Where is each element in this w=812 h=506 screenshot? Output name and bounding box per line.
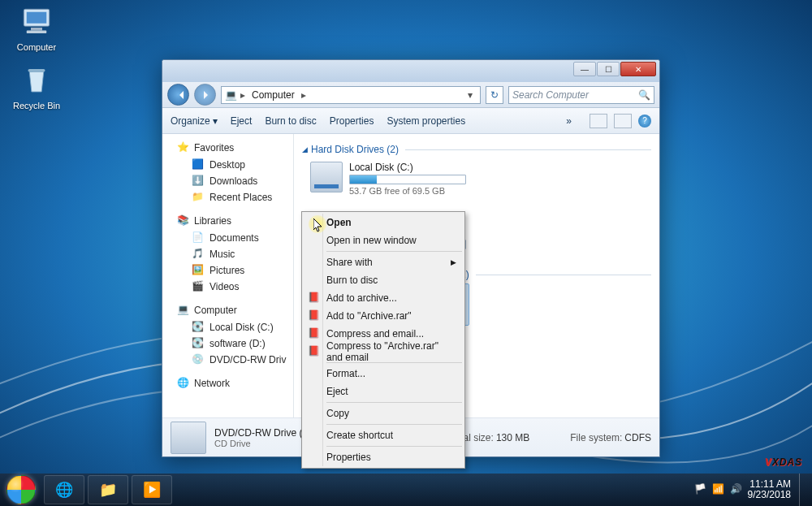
- sidebar-documents[interactable]: 📄Documents: [177, 230, 287, 246]
- drive-local-c[interactable]: Local Disk (C:) 53.7 GB free of 69.5 GB: [307, 158, 469, 199]
- disc-icon: 💿: [192, 353, 205, 366]
- desktop-icon-recycle-bin[interactable]: Recycle Bin: [8, 63, 65, 110]
- desktop-icon-computer[interactable]: Computer: [8, 5, 65, 52]
- toolbar-overflow[interactable]: »: [566, 115, 572, 127]
- watermark-text: XDAS: [772, 456, 802, 468]
- details-subtitle: CD Drive: [214, 439, 309, 448]
- drive-icon: 💽: [192, 321, 205, 334]
- ctx-add-to-archive[interactable]: 📕Add to archive...: [304, 289, 463, 307]
- svg-rect-2: [31, 28, 42, 31]
- tray-network-icon[interactable]: 📶: [712, 483, 725, 496]
- details-title: DVD/CD-RW Drive (E: [214, 427, 309, 439]
- computer-icon: 💻: [177, 304, 190, 317]
- drive-usage-bar: [349, 175, 466, 184]
- sidebar-local-c[interactable]: 💽Local Disk (C:): [177, 319, 287, 335]
- address-dropdown-icon[interactable]: ▾: [464, 89, 477, 101]
- organize-button[interactable]: Organize▾: [171, 115, 218, 127]
- ctx-open[interactable]: Open: [304, 214, 463, 231]
- collapse-icon: ◢: [302, 145, 308, 154]
- sidebar-music[interactable]: 🎵Music: [177, 246, 287, 262]
- svg-rect-1: [27, 12, 47, 24]
- tray-clock[interactable]: 11:11 AM 9/23/2018: [748, 479, 791, 500]
- search-input[interactable]: Search Computer 🔍: [508, 86, 654, 104]
- windows-orb-icon: [6, 475, 36, 504]
- sidebar-software-d[interactable]: 💽software (D:): [177, 335, 287, 352]
- close-button[interactable]: ✕: [620, 62, 656, 76]
- system-properties-button[interactable]: System properties: [387, 115, 465, 127]
- back-button[interactable]: [167, 84, 189, 106]
- sidebar-downloads[interactable]: ⬇️Downloads: [177, 173, 287, 189]
- drive-name: Local Disk (C:): [349, 162, 466, 173]
- watermark: VXDAS: [765, 440, 802, 472]
- sidebar-network[interactable]: 🌐Network: [177, 374, 287, 392]
- ctx-eject[interactable]: Eject: [304, 383, 463, 400]
- nav-row: 💻 ▸ Computer ▸ ▾ ↻ Search Computer 🔍: [162, 82, 659, 108]
- breadcrumb-separator-icon: ▸: [301, 89, 306, 101]
- help-button[interactable]: ?: [638, 115, 651, 128]
- recycle-bin-icon: [19, 63, 54, 97]
- eject-button[interactable]: Eject: [231, 115, 253, 127]
- computer-icon: 💻: [225, 89, 237, 101]
- winrar-icon: 📕: [307, 309, 320, 322]
- ctx-format[interactable]: Format...: [304, 365, 463, 383]
- recent-icon: 📁: [192, 191, 205, 204]
- forward-button[interactable]: [194, 84, 216, 106]
- music-icon: 🎵: [192, 248, 205, 261]
- taskbar-explorer[interactable]: 📁: [88, 475, 128, 504]
- view-button[interactable]: [590, 114, 607, 128]
- hdd-icon: [310, 162, 343, 192]
- ctx-copy[interactable]: Copy: [304, 404, 463, 422]
- details-file-system: File system: CDFS: [570, 432, 651, 443]
- sidebar-pictures[interactable]: 🖼️Pictures: [177, 262, 287, 279]
- ctx-burn-to-disc[interactable]: Burn to disc: [304, 271, 463, 289]
- system-tray[interactable]: 🏳️ 📶 🔊 11:11 AM 9/23/2018: [694, 474, 812, 506]
- sidebar: ⭐Favorites 🟦Desktop ⬇️Downloads 📁Recent …: [162, 134, 294, 417]
- disc-drive-icon: [171, 422, 206, 454]
- properties-button[interactable]: Properties: [330, 115, 374, 127]
- titlebar[interactable]: — ☐ ✕: [162, 60, 659, 82]
- sidebar-favorites[interactable]: ⭐Favorites: [177, 139, 287, 157]
- sidebar-libraries[interactable]: 📚Libraries: [177, 212, 287, 230]
- network-icon: 🌐: [177, 377, 190, 390]
- sidebar-videos[interactable]: 🎬Videos: [177, 279, 287, 295]
- start-button[interactable]: [2, 474, 41, 505]
- submenu-arrow-icon: ▶: [451, 258, 456, 266]
- minimize-button[interactable]: —: [573, 62, 596, 76]
- downloads-icon: ⬇️: [192, 175, 205, 188]
- group-hard-disk-drives[interactable]: ◢Hard Disk Drives (2): [302, 144, 651, 155]
- ctx-properties[interactable]: Properties: [304, 448, 463, 466]
- drive-stat: 53.7 GB free of 69.5 GB: [349, 186, 466, 196]
- taskbar-media-player[interactable]: ▶️: [132, 475, 172, 504]
- ctx-open-new-window[interactable]: Open in new window: [304, 231, 463, 249]
- sidebar-desktop[interactable]: 🟦Desktop: [177, 157, 287, 173]
- winrar-icon: 📕: [307, 345, 320, 358]
- ctx-add-to-archive-rar[interactable]: 📕Add to "Archive.rar": [304, 307, 463, 325]
- documents-icon: 📄: [192, 231, 205, 244]
- tray-flag-icon[interactable]: 🏳️: [694, 483, 707, 496]
- tray-volume-icon[interactable]: 🔊: [730, 483, 743, 496]
- show-desktop-button[interactable]: [799, 474, 807, 506]
- desktop-icon: 🟦: [192, 158, 205, 171]
- tray-date: 9/23/2018: [748, 490, 791, 500]
- search-icon: 🔍: [638, 89, 650, 101]
- sidebar-computer[interactable]: 💻Computer: [177, 301, 287, 319]
- ctx-share-with[interactable]: Share with▶: [304, 253, 463, 271]
- preview-pane-button[interactable]: [614, 114, 632, 128]
- context-menu: Open Open in new window Share with▶ Burn…: [301, 211, 465, 469]
- breadcrumb-computer[interactable]: Computer: [248, 88, 298, 102]
- sidebar-recent[interactable]: 📁Recent Places: [177, 189, 287, 205]
- address-bar[interactable]: 💻 ▸ Computer ▸ ▾: [221, 86, 481, 104]
- maximize-button[interactable]: ☐: [597, 62, 620, 76]
- search-placeholder: Search Computer: [512, 89, 589, 101]
- svg-rect-3: [27, 31, 47, 34]
- chevron-down-icon: ▾: [213, 115, 218, 127]
- ctx-compress-rar-email[interactable]: 📕Compress to "Archive.rar" and email: [304, 343, 463, 361]
- toolbar: Organize▾ Eject Burn to disc Properties …: [162, 108, 659, 134]
- videos-icon: 🎬: [192, 280, 205, 293]
- refresh-button[interactable]: ↻: [486, 86, 503, 104]
- taskbar-ie[interactable]: 🌐: [44, 475, 84, 504]
- ctx-create-shortcut[interactable]: Create shortcut: [304, 426, 463, 444]
- computer-icon: [19, 5, 54, 39]
- burn-button[interactable]: Burn to disc: [265, 115, 316, 127]
- sidebar-dvd-e[interactable]: 💿DVD/CD-RW Drive (E: [177, 352, 287, 368]
